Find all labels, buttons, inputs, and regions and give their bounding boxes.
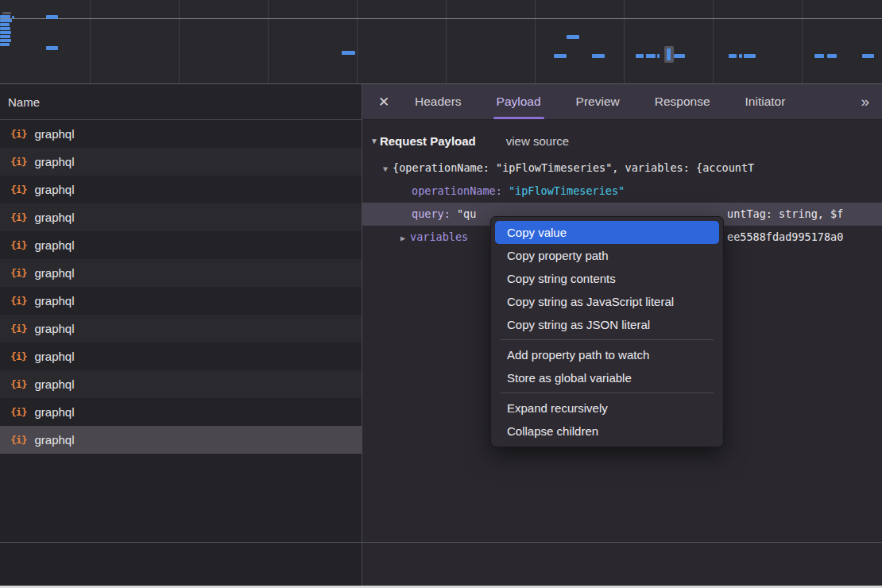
json-braces-icon: {i}	[10, 156, 26, 168]
property-value-continued: untTag: string, $f	[727, 203, 843, 226]
timeline-gridline	[802, 0, 803, 83]
request-timing-bar	[674, 54, 685, 58]
tab-response[interactable]: Response	[655, 84, 710, 119]
section-title: Request Payload	[380, 134, 476, 148]
request-timing-bar	[0, 27, 10, 30]
request-timing-bar	[0, 35, 10, 38]
table-row[interactable]: {i}graphql	[0, 287, 362, 315]
request-timing-bar	[12, 16, 14, 18]
request-timing-bar	[657, 54, 660, 58]
table-row[interactable]: {i}graphql	[0, 398, 362, 426]
request-timing-bar	[739, 54, 742, 58]
request-name-label: graphql	[34, 183, 74, 196]
request-timing-bar	[46, 15, 58, 19]
more-tabs-icon[interactable]: »	[861, 93, 868, 110]
request-name-label: graphql	[34, 294, 74, 308]
tree-row-operation-name[interactable]: operationName: "ipFlowTimeseries"	[362, 180, 882, 203]
section-disclosure-icon[interactable]: ▼	[370, 137, 378, 145]
request-timing-bar	[567, 35, 579, 39]
json-braces-icon: {i}	[10, 378, 26, 390]
timeline-gridline	[90, 0, 91, 83]
tab-payload[interactable]: Payload	[497, 84, 541, 119]
timeline-gridline	[624, 0, 625, 83]
timeline-gridline	[357, 0, 358, 83]
request-name-label: graphql	[34, 377, 74, 391]
request-timing-bar	[554, 54, 567, 58]
detail-tab-bar: ✕ HeadersPayloadPreviewResponseInitiator…	[362, 84, 882, 120]
property-value: "ipFlowTimeseries"	[502, 184, 625, 197]
timeline-gridline	[179, 0, 180, 83]
request-timing-bar	[2, 12, 11, 14]
name-column-header[interactable]: Name	[0, 84, 362, 120]
json-braces-icon: {i}	[10, 267, 26, 279]
menu-separator	[501, 393, 714, 393]
tab-initiator[interactable]: Initiator	[745, 84, 786, 119]
menu-item-add-property-path-to-watch[interactable]: Add property path to watch	[495, 343, 719, 366]
request-name-label: graphql	[34, 238, 74, 252]
request-timing-bar	[636, 54, 644, 58]
request-timing-bar	[592, 54, 605, 58]
object-preview-text: {operationName: "ipFlowTimeseries", vari…	[393, 161, 754, 174]
request-timing-bar	[0, 15, 10, 18]
timeline-marker-bar	[667, 48, 671, 60]
table-row[interactable]: {i}graphql	[0, 370, 362, 398]
json-braces-icon: {i}	[10, 295, 26, 307]
request-timing-bar	[0, 43, 10, 46]
request-timing-bar	[0, 31, 11, 34]
request-timing-bar	[342, 51, 355, 55]
property-key: query:	[412, 207, 451, 220]
network-overview-waterfall[interactable]	[0, 0, 882, 84]
menu-item-copy-string-contents[interactable]: Copy string contents	[495, 267, 719, 290]
json-braces-icon: {i}	[10, 239, 26, 251]
request-timing-bar	[646, 54, 656, 58]
tab-preview[interactable]: Preview	[576, 84, 620, 119]
property-key: operationName:	[412, 184, 502, 197]
table-row[interactable]: {i}graphql	[0, 426, 362, 454]
request-payload-header[interactable]: ▼Request Payload view source	[370, 131, 882, 150]
menu-item-store-as-global-variable[interactable]: Store as global variable	[495, 366, 719, 389]
detail-tabs: HeadersPayloadPreviewResponseInitiator	[415, 84, 785, 119]
footer-divider	[0, 542, 882, 543]
expand-arrow-icon[interactable]: ▼	[378, 157, 393, 180]
tab-headers[interactable]: Headers	[415, 84, 462, 119]
table-row[interactable]: {i}graphql	[0, 342, 362, 370]
table-row[interactable]: {i}graphql	[0, 315, 362, 342]
timeline-gridline	[446, 0, 447, 83]
tree-row-root[interactable]: ▼{operationName: "ipFlowTimeseries", var…	[362, 157, 882, 180]
menu-separator	[501, 339, 714, 340]
json-braces-icon: {i}	[10, 184, 26, 195]
menu-item-expand-recursively[interactable]: Expand recursively	[495, 397, 719, 420]
menu-item-copy-value[interactable]: Copy value	[495, 221, 719, 244]
table-row[interactable]: {i}graphql	[0, 259, 362, 287]
table-row[interactable]: {i}graphql	[0, 148, 362, 176]
request-name-label: graphql	[34, 127, 74, 141]
json-braces-icon: {i}	[10, 406, 26, 418]
request-name-label: graphql	[34, 211, 74, 224]
request-timing-bar	[0, 19, 12, 22]
table-row[interactable]: {i}graphql	[0, 120, 362, 148]
close-icon[interactable]: ✕	[375, 94, 393, 110]
requests-pane: Name {i}graphql{i}graphql{i}graphql{i}gr…	[0, 84, 362, 588]
menu-item-collapse-children[interactable]: Collapse children	[495, 420, 719, 443]
timeline-gridline	[268, 0, 269, 83]
table-row[interactable]: {i}graphql	[0, 231, 362, 259]
request-timing-bar	[814, 54, 824, 58]
request-timing-bar	[0, 39, 11, 42]
menu-item-copy-string-as-json-literal[interactable]: Copy string as JSON literal	[495, 313, 719, 336]
menu-item-copy-property-path[interactable]: Copy property path	[495, 244, 719, 267]
request-timing-bar	[827, 54, 837, 58]
json-braces-icon: {i}	[10, 434, 26, 446]
json-braces-icon: {i}	[10, 350, 26, 362]
request-name-label: graphql	[34, 266, 74, 280]
expand-arrow-icon[interactable]: ▶	[396, 226, 410, 249]
view-source-link[interactable]: view source	[506, 134, 569, 148]
table-row[interactable]: {i}graphql	[0, 203, 362, 231]
request-name-label: graphql	[34, 350, 74, 363]
timeline-gridline	[713, 0, 714, 83]
request-name-label: graphql	[34, 322, 74, 335]
request-timing-bar	[729, 54, 737, 58]
request-timing-bar	[46, 46, 58, 50]
menu-item-copy-string-as-javascript-literal[interactable]: Copy string as JavaScript literal	[495, 290, 719, 313]
devtools-network-panel: Name {i}graphql{i}graphql{i}graphql{i}gr…	[0, 0, 882, 588]
table-row[interactable]: {i}graphql	[0, 176, 362, 203]
